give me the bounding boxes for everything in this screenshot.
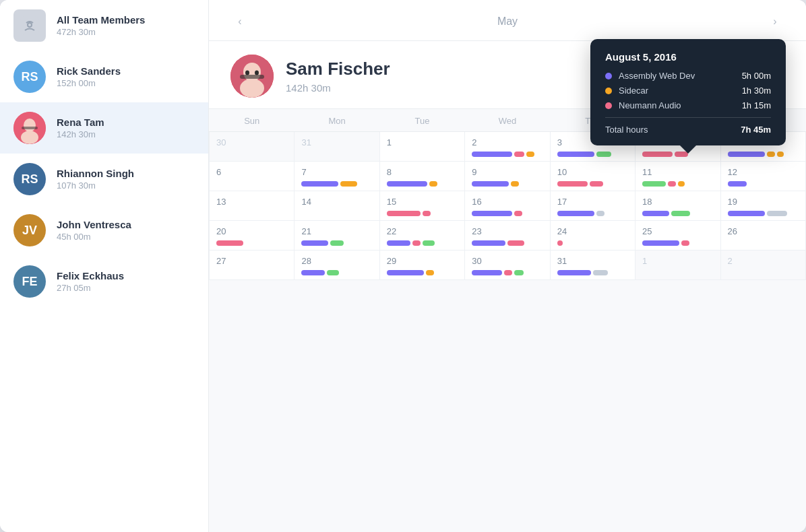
next-month-button[interactable]: › <box>766 12 784 31</box>
calendar-cell-4-2[interactable]: 29 <box>379 251 464 280</box>
calendar-cell-2-6[interactable]: 19 <box>720 191 805 221</box>
tooltip-item-1: Sidecar 1h 30m <box>605 86 771 96</box>
sidebar-info-rick: Rick Sanders 152h 00m <box>57 65 121 88</box>
calendar-cell-3-5[interactable]: 25 <box>636 221 720 251</box>
calendar-cell-3-6[interactable]: 26 <box>720 221 805 251</box>
calendar-cell-2-3[interactable]: 16 <box>465 191 550 221</box>
calendar-cell-4-4[interactable]: 31 <box>550 251 635 280</box>
calendar-cell-4-1[interactable]: 28 <box>294 251 379 280</box>
bar-segment <box>596 152 611 157</box>
bar-segment <box>472 181 509 187</box>
bars-container <box>387 181 458 187</box>
bar-row <box>472 152 542 157</box>
bar-row <box>642 152 713 157</box>
sidebar-name-rena: Rena Tam <box>57 117 104 128</box>
calendar-cell-1-1[interactable]: 7 <box>294 162 379 191</box>
calendar-cell-4-0[interactable]: 27 <box>210 251 294 280</box>
day-number: 13 <box>216 197 287 207</box>
bar-segment <box>423 240 435 246</box>
calendar-cell-1-2[interactable]: 8 <box>379 162 464 191</box>
day-number: 19 <box>728 197 799 207</box>
bars-container <box>557 152 628 157</box>
day-number: 25 <box>642 226 713 236</box>
sidebar-info-rena: Rena Tam 142h 30m <box>57 117 104 139</box>
calendar-cell-2-2[interactable]: 15 <box>379 191 464 221</box>
day-number: 15 <box>387 197 458 207</box>
calendar-body: 3031123456789101112131415161718192021222… <box>210 132 806 280</box>
calendar-cell-3-2[interactable]: 22 <box>379 221 464 251</box>
day-number: 31 <box>301 137 372 147</box>
calendar-cell-3-3[interactable]: 23 <box>465 221 550 251</box>
tooltip-dot-2 <box>605 102 612 109</box>
bar-segment <box>557 270 591 275</box>
calendar-cell-0-3[interactable]: 2 <box>465 132 550 162</box>
bars-container <box>301 270 372 275</box>
sidebar-item-felix[interactable]: FE Felix Eckhaus 27h 05m <box>0 256 208 307</box>
calendar-cell-0-2[interactable]: 1 <box>379 132 464 162</box>
svg-rect-0 <box>20 16 39 35</box>
tooltip-total-label: Total hours <box>605 125 741 135</box>
sidebar-hours-rhiannon: 107h 30m <box>57 180 134 191</box>
calendar-cell-1-4[interactable]: 10 <box>550 162 635 191</box>
prev-month-button[interactable]: ‹ <box>230 12 249 31</box>
day-number: 30 <box>216 137 287 147</box>
bar-segment <box>472 152 512 157</box>
calendar-cell-1-3[interactable]: 9 <box>465 162 550 191</box>
bar-segment <box>642 152 673 157</box>
bars-container <box>472 152 542 157</box>
day-number: 7 <box>301 167 372 177</box>
calendar-cell-2-0[interactable]: 13 <box>210 191 294 221</box>
calendar-cell-3-1[interactable]: 21 <box>294 221 379 251</box>
bar-segment <box>777 152 784 157</box>
tooltip-label-1: Sidecar <box>619 86 742 96</box>
sidebar-item-rick[interactable]: RS Rick Sanders 152h 00m <box>0 51 208 102</box>
calendar-cell-4-3[interactable]: 30 <box>465 251 550 280</box>
calendar-wrapper: SunMonTueWedThuFriSat 303112345678910111… <box>209 109 806 532</box>
calendar-cell-1-6[interactable]: 12 <box>720 162 805 191</box>
calendar-cell-0-0[interactable]: 30 <box>210 132 294 162</box>
bar-segment <box>429 181 437 187</box>
bars-container <box>642 152 713 157</box>
sidebar-hours-all: 472h 30m <box>57 27 145 37</box>
calendar-cell-3-0[interactable]: 20 <box>210 221 294 251</box>
sidebar-name-rhiannon: Rhiannon Singh <box>57 168 134 179</box>
calendar-cell-3-4[interactable]: 24 <box>550 221 635 251</box>
tooltip-total-value: 7h 45m <box>741 125 771 135</box>
bar-segment <box>301 181 338 187</box>
bar-segment <box>472 211 512 216</box>
calendar-cell-1-5[interactable]: 11 <box>636 162 720 191</box>
sidebar-item-john[interactable]: JV John Ventresca 45h 00m <box>0 205 208 256</box>
bars-container <box>557 211 628 216</box>
tooltip-item-2: Neumann Audio 1h 15m <box>605 100 771 110</box>
user-name: Sam Fischer <box>286 59 390 79</box>
bar-segment <box>216 240 243 246</box>
avatar-john: JV <box>13 214 46 246</box>
bar-segment <box>504 270 512 275</box>
calendar-cell-4-6[interactable]: 2 <box>720 251 805 280</box>
calendar-cell-2-1[interactable]: 14 <box>294 191 379 221</box>
day-number: 23 <box>472 226 542 236</box>
sidebar-item-rena[interactable]: Rena Tam 142h 30m <box>0 102 208 154</box>
calendar-header-sun: Sun <box>210 109 294 132</box>
bar-row <box>301 181 372 187</box>
calendar-cell-0-1[interactable]: 31 <box>294 132 379 162</box>
sidebar-hours-rick: 152h 00m <box>57 78 121 88</box>
bars-container <box>728 181 799 187</box>
sidebar-item-rhiannon[interactable]: RS Rhiannon Singh 107h 30m <box>0 154 208 205</box>
bar-segment <box>681 240 689 246</box>
svg-point-4 <box>21 131 38 144</box>
calendar-cell-2-5[interactable]: 18 <box>636 191 720 221</box>
calendar-week-3: 20212223242526 <box>210 221 806 251</box>
bar-segment <box>387 181 427 187</box>
tooltip-date: August 5, 2016 <box>605 51 771 63</box>
calendar-cell-4-5[interactable]: 1 <box>636 251 720 280</box>
calendar-cell-1-0[interactable]: 6 <box>210 162 294 191</box>
calendar-cell-2-4[interactable]: 17 <box>550 191 635 221</box>
bars-container <box>642 181 713 187</box>
sidebar-item-all[interactable]: All Team Members 472h 30m <box>0 0 208 51</box>
bar-row <box>387 240 458 246</box>
bar-row <box>642 240 713 246</box>
sidebar-name-rick: Rick Sanders <box>57 65 121 77</box>
bars-container <box>642 240 713 246</box>
tooltip-dot-1 <box>605 88 612 94</box>
